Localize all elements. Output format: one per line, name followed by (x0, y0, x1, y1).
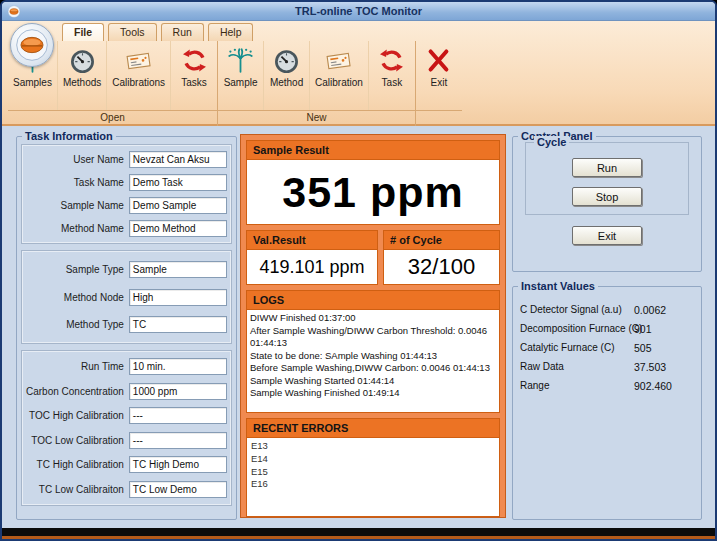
toc-high-calibration-field[interactable]: --- (129, 407, 227, 424)
app-window: TRL-online TOC Monitor File Tools Run He… (0, 0, 717, 541)
decomposition-furnace-value: 901 (634, 323, 652, 335)
results-column: Sample Result 351 ppm Val.Result 419.101… (240, 134, 506, 518)
app-menu-orb[interactable] (10, 23, 54, 67)
tab-tools[interactable]: Tools (108, 23, 157, 41)
sample-result-panel: Sample Result 351 ppm (246, 140, 500, 225)
method-type-label: Method Type (26, 319, 129, 330)
sample-name-label: Sample Name (26, 200, 129, 211)
tc-high-calibration-field[interactable]: TC High Demo (129, 456, 227, 473)
tab-file[interactable]: File (62, 23, 104, 41)
toolbar-group-new: Sample Method Calibration Task (218, 41, 416, 126)
range-value: 902.460 (634, 380, 672, 392)
titlebar[interactable]: TRL-online TOC Monitor (2, 2, 715, 21)
field-row: Carbon Concentration 1000 ppm (26, 381, 227, 402)
app-logo-small-icon (7, 5, 21, 18)
task-information-title: Task Information (22, 130, 116, 142)
field-row: Sample Type Sample (26, 259, 227, 280)
field-row: Task Name Demo Task (26, 172, 227, 193)
logs-header: LOGS (247, 291, 499, 310)
cycle-title: Cycle (534, 136, 569, 148)
raw-data-label: Raw Data (520, 361, 634, 372)
toc-low-calibration-label: TOC Low Calibration (26, 435, 129, 446)
toolbar-button-label: Exit (431, 77, 448, 88)
toolbar-exit-button[interactable]: Exit (416, 41, 462, 110)
menu-tab-row: File Tools Run Help (2, 21, 715, 41)
recent-errors-list[interactable]: E13 E14 E15 E16 (247, 438, 499, 516)
method-node-label: Method Node (26, 292, 129, 303)
stop-button[interactable]: Stop (572, 187, 642, 206)
carbon-concentration-field[interactable]: 1000 ppm (129, 383, 227, 400)
method-type-field[interactable]: TC (129, 316, 227, 333)
toolbar-button-label: Sample (224, 77, 258, 88)
instant-values-title: Instant Values (518, 280, 598, 292)
tab-run[interactable]: Run (161, 23, 204, 41)
field-row: TOC Low Calibration --- (26, 430, 227, 451)
toolbar-new-calibration-button[interactable]: Calibration (310, 41, 369, 110)
run-time-field[interactable]: 10 min. (129, 358, 227, 375)
tc-high-calibration-label: TC High Calibration (26, 459, 129, 470)
decomposition-furnace-label: Decomposition Furnace (C) (520, 323, 634, 334)
run-settings-section: Run Time 10 min. Carbon Concentration 10… (21, 350, 232, 506)
toolbar-new-task-button[interactable]: Task (369, 41, 415, 110)
user-name-label: User Name (26, 154, 129, 165)
user-name-field[interactable]: Nevzat Can Aksu (129, 151, 227, 168)
toolbar-button-label: Samples (13, 77, 52, 88)
main-area: Task Information User Name Nevzat Can Ak… (2, 126, 715, 528)
toolbar-button-label: Task (382, 77, 403, 88)
c-detector-signal-value: 0.0062 (634, 304, 666, 316)
log-line: DIWW Finished 01:37:00 (250, 312, 496, 325)
tc-low-calibration-field[interactable]: TC Low Demo (129, 481, 227, 498)
carbon-concentration-label: Carbon Concentration (26, 386, 129, 397)
toolbar-new-sample-button[interactable]: Sample (218, 41, 264, 110)
method-node-field[interactable]: High (129, 289, 227, 306)
app-logo-icon (15, 28, 49, 62)
recent-errors-panel: RECENT ERRORS E13 E14 E15 E16 (246, 418, 500, 517)
sample-type-label: Sample Type (26, 264, 129, 275)
toolbar-group-open-label: Open (8, 110, 217, 126)
calibrations-sheet-icon (325, 47, 352, 74)
method-name-label: Method Name (26, 223, 129, 234)
range-label: Range (520, 380, 634, 391)
toolbar-button-label: Calibration (315, 77, 363, 88)
error-line: E15 (251, 466, 495, 479)
toolbar-new-method-button[interactable]: Method (264, 41, 310, 110)
samples-spray-icon (227, 47, 254, 74)
task-name-field[interactable]: Demo Task (129, 174, 227, 191)
cycle-count-panel: # of Cycle 32/100 (383, 230, 500, 285)
toc-low-calibration-field[interactable]: --- (129, 432, 227, 449)
instant-value-row: Catalytic Furnace (C) 505 (520, 338, 694, 357)
field-row: Sample Name Demo Sample (26, 195, 227, 216)
instant-value-row: Range 902.460 (520, 376, 694, 395)
exit-button[interactable]: Exit (572, 226, 642, 245)
toolbar: Samples Methods Calibrations Tasks (8, 41, 462, 126)
toolbar-open-calibrations-button[interactable]: Calibrations (107, 41, 171, 110)
sample-type-field[interactable]: Sample (129, 261, 227, 278)
error-line: E14 (251, 453, 495, 466)
log-line: Before Sample Washing,DIWW Carbon: 0.004… (250, 362, 496, 375)
run-button[interactable]: Run (572, 158, 642, 177)
window-title: TRL-online TOC Monitor (295, 5, 422, 17)
toolbar-open-methods-button[interactable]: Methods (58, 41, 107, 110)
field-row: Method Node High (26, 287, 227, 308)
toolbar-open-tasks-button[interactable]: Tasks (171, 41, 217, 110)
tasks-refresh-icon (378, 47, 405, 74)
field-row: TC Low Calibraiton TC Low Demo (26, 479, 227, 500)
logs-panel: LOGS DIWW Finished 01:37:00 After Sample… (246, 290, 500, 413)
exit-x-icon (425, 47, 452, 74)
field-row: Method Name Demo Method (26, 218, 227, 239)
cycle-groupbox: Cycle Run Stop (525, 142, 689, 215)
logs-list[interactable]: DIWW Finished 01:37:00 After Sample Wash… (247, 310, 499, 412)
control-panel-groupbox: Control Panel Cycle Run Stop Exit (512, 130, 702, 272)
toc-high-calibration-label: TOC High Calibration (26, 410, 129, 421)
cycle-count-value: 32/100 (408, 254, 475, 280)
sample-name-field[interactable]: Demo Sample (129, 197, 227, 214)
method-name-field[interactable]: Demo Method (129, 220, 227, 237)
val-result-panel: Val.Result 419.101 ppm (246, 230, 378, 285)
recent-errors-header: RECENT ERRORS (247, 419, 499, 438)
val-result-value: 419.101 ppm (259, 257, 364, 278)
toolbar-group-exit-label (416, 110, 462, 126)
toolbar-button-label: Methods (63, 77, 101, 88)
window-bottom-edge (2, 528, 715, 539)
methods-gauge-icon (69, 47, 96, 74)
tab-help[interactable]: Help (208, 23, 254, 41)
